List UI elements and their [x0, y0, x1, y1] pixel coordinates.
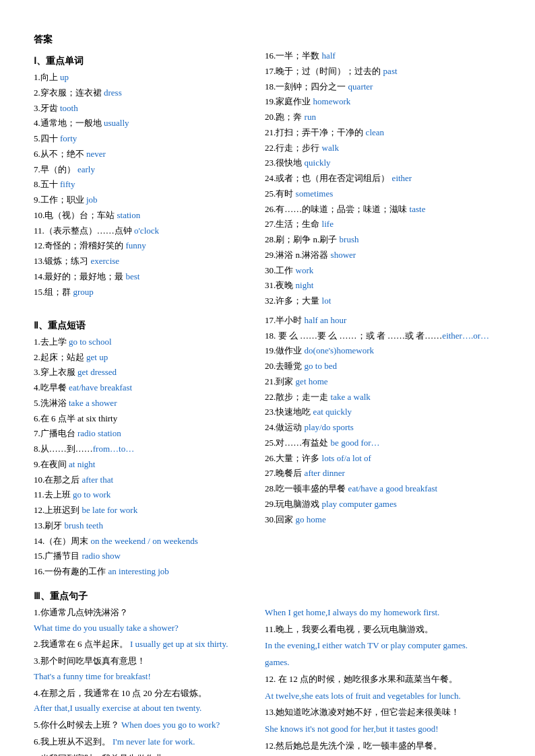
- vocab-item-10: 10.电（视）台；车站 station: [34, 208, 251, 224]
- vocab-item-13: 13.锻炼；练习 exercise: [34, 254, 251, 269]
- phrase-2: 2.起床；站起 get up: [34, 350, 251, 366]
- phrase-15: 15.广播节目 radio show: [34, 549, 251, 564]
- vocab-item-23: 23.很快地 quickly: [265, 156, 501, 171]
- answer-title: 答案: [34, 34, 501, 46]
- phrase-25: 25.对……有益处 be good for…: [265, 436, 501, 451]
- vocab-item-26: 26.有……的味道；品尝；味道；滋味 taste: [265, 202, 501, 217]
- sentence-1: 1.你通常几点钟洗淋浴？ What time do you usually ta…: [34, 605, 251, 636]
- vocab-item-27: 27.生活；生命 life: [265, 217, 501, 232]
- sentence-12-en: At twelve,she eats lots of fruit and veg…: [265, 689, 501, 704]
- phrase-23: 23.快速地吃 eat quickly: [265, 405, 501, 420]
- phrase-17: 17.半小时 half an hour: [265, 313, 501, 329]
- vocab-item-25: 25.有时 sometimes: [265, 186, 501, 202]
- vocab-item-30: 30.工作 work: [265, 263, 501, 279]
- vocab-item-8: 8.五十 fifty: [34, 177, 251, 193]
- phrase-16: 16.一份有趣的工作 an interesting job: [34, 564, 251, 580]
- phrase-5: 5.洗淋浴 take a shower: [34, 396, 251, 411]
- vocab-item-3: 3.牙齿 tooth: [34, 101, 251, 116]
- phrase-30: 30.回家 go home: [265, 512, 501, 528]
- vocab-item-16: 16.一半；半数 half: [265, 48, 501, 64]
- sentences-section: Ⅲ、重点句子 1.你通常几点钟洗淋浴？ What time do you usu…: [34, 584, 501, 756]
- vocab-item-14: 14.最好的；最好地；最 best: [34, 269, 251, 285]
- sentence-2: 2.我通常在 6 点半起床。 I usually get up at six t…: [34, 637, 251, 652]
- sentence-7: 7.当我回到家时，我总是先做作业。: [34, 751, 251, 757]
- vocab-item-11: 11.（表示整点）……点钟 o'clock: [34, 224, 251, 239]
- vocab-item-31: 31.夜晚 night: [265, 278, 501, 294]
- vocab-item-28: 28.刷；刷争 n.刷子 brush: [265, 232, 501, 248]
- vocab-item-4: 4.通常地；一般地 usually: [34, 116, 251, 131]
- vocab-item-15: 15.组；群 group: [34, 285, 251, 300]
- vocab-item-29: 29.淋浴 n.淋浴器 shower: [265, 248, 501, 263]
- phrase-8: 8.从……到……from…to…: [34, 442, 251, 457]
- sentence-12-cn: 12. 在 12 点的时候，她吃很多水果和蔬菜当午餐。: [265, 672, 501, 687]
- vocab-item-17: 17.晚于；过（时间）；过去的 past: [265, 64, 501, 79]
- vocab-item-20: 20.跑；奔 run: [265, 110, 501, 125]
- vocab-item-12: 12.奇怪的；滑稽好笑的 funny: [34, 238, 251, 254]
- sentence-7-en: When I get home,I always do my homework …: [265, 605, 501, 621]
- phrase-22: 22.散步；走一走 take a walk: [265, 390, 501, 405]
- section3-title: Ⅲ、重点句子: [34, 590, 501, 603]
- phrase-24: 24.做运动 play/do sports: [265, 420, 501, 436]
- vocab-item-18: 18.一刻钟；四分之一 quarter: [265, 79, 501, 95]
- vocab-right-col: 16.一半；半数 half 17.晚于；过（时间）；过去的 past 18.一刻…: [258, 48, 501, 309]
- vocab-item-6: 6.从不；绝不 never: [34, 147, 251, 162]
- phrase-18: 18. 要 么 ……要 么 ……；或 者 ……或 者……either….or…: [265, 329, 501, 344]
- vocab-item-24: 24.或者；也（用在否定词组后） either: [265, 171, 501, 186]
- phrase-12: 12.上班迟到 be late for work: [34, 503, 251, 518]
- vocab-item-7: 7.早（的） early: [34, 162, 251, 178]
- phrase-14: 14.（在）周末 on the weekend / on weekends: [34, 534, 251, 549]
- sentence-5: 5.你什么时候去上班？ When does you go to work?: [34, 718, 251, 733]
- phrase-26: 26.大量；许多 lots of/a lot of: [265, 451, 501, 467]
- vocab-item-1: 1.向上 up: [34, 70, 251, 85]
- phrase-6: 6.在 6 点半 at six thirty: [34, 411, 251, 427]
- sentence-6: 6.我上班从不迟到。 I'm never late for work.: [34, 734, 251, 750]
- sentence-12-2-cn: 12.然后她总是先洗个澡，吃一顿丰盛的早餐。: [265, 738, 501, 754]
- vocab-item-9: 9.工作；职业 job: [34, 193, 251, 208]
- phrase-11: 11.去上班 go to work: [34, 487, 251, 503]
- phrase-27: 27.晚餐后 after dinner: [265, 466, 501, 481]
- vocab-item-19: 19.家庭作业 homework: [265, 94, 501, 110]
- phrase-9: 9.在夜间 at night: [34, 457, 251, 473]
- phrase-7: 7.广播电台 radio station: [34, 426, 251, 442]
- sentence-13-cn: 13.她知道吃冰激凌对她不好，但它尝起来很美味！: [265, 705, 501, 720]
- phrase-1: 1.去上学 go to school: [34, 335, 251, 350]
- phrase-4: 4.吃早餐 eat/have breakfast: [34, 380, 251, 396]
- vocab-left-col: Ⅰ、重点单词 1.向上 up 2.穿衣服；连衣裙 dress 3.牙齿 toot…: [34, 48, 258, 309]
- phrase-28: 28.吃一顿丰盛的早餐 eat/have a good breakfast: [265, 481, 501, 497]
- sentences-left: 1.你通常几点钟洗淋浴？ What time do you usually ta…: [34, 605, 258, 756]
- vocab-item-5: 5.四十 forty: [34, 131, 251, 147]
- phrase-21: 21.到家 get home: [265, 374, 501, 390]
- phrases-left-col: Ⅱ、重点短语 1.去上学 go to school 2.起床；站起 get up…: [34, 313, 258, 580]
- vocab-item-2: 2.穿衣服；连衣裙 dress: [34, 85, 251, 101]
- phrase-3: 3.穿上衣服 get dressed: [34, 365, 251, 380]
- sentence-4: 4.在那之后，我通常在 10 点 20 分左右锻炼。 After that,I …: [34, 686, 251, 717]
- phrase-13: 13.刷牙 brush teeth: [34, 518, 251, 534]
- section1-title: Ⅰ、重点单词: [34, 55, 251, 67]
- phrase-10: 10.在那之后 after that: [34, 473, 251, 488]
- sentence-13-en: She knows it's not good for her,but it t…: [265, 722, 501, 737]
- phrase-29: 29.玩电脑游戏 play computer games: [265, 497, 501, 512]
- sentence-11-cn: 11.晚上，我要么看电视，要么玩电脑游戏。: [265, 622, 501, 638]
- vocab-item-32: 32.许多；大量 lot: [265, 294, 501, 309]
- vocab-item-21: 21.打扫；弄干净；干净的 clean: [265, 125, 501, 141]
- sentence-11-en: In the evening,I either watch TV or play…: [265, 638, 501, 654]
- page: 答案 Ⅰ、重点单词 1.向上 up 2.穿衣服；连衣裙 dress 3.牙齿 t…: [34, 27, 501, 756]
- sentence-11-en2: games.: [265, 655, 501, 671]
- phrase-20: 20.去睡觉 go to bed: [265, 359, 501, 374]
- sentences-right: When I get home,I always do my homework …: [258, 605, 501, 756]
- phrases-right-col: 17.半小时 half an hour 18. 要 么 ……要 么 ……；或 者…: [258, 313, 501, 580]
- section2-title: Ⅱ、重点短语: [34, 320, 251, 332]
- sentence-3: 3.那个时间吃早饭真有意思！ That's a funny time for b…: [34, 654, 251, 685]
- vocab-item-22: 22.行走；步行 walk: [265, 141, 501, 156]
- phrase-19: 19.做作业 do(one's)homework: [265, 343, 501, 359]
